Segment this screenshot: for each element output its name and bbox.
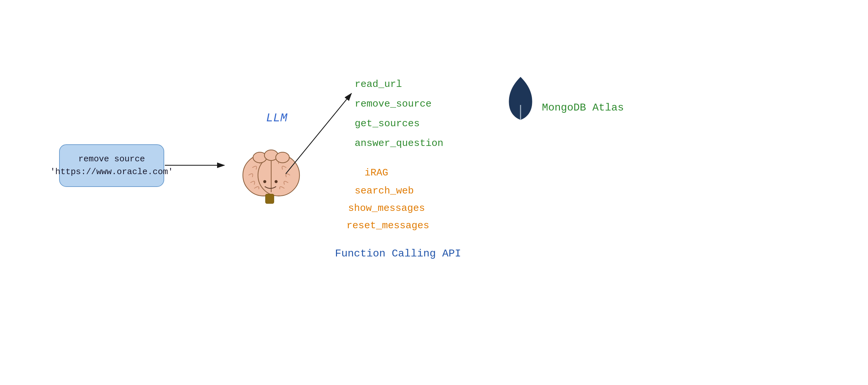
svg-point-7 — [275, 180, 278, 183]
diagram-container: remove source 'https://www.oracle.com' — [0, 0, 868, 385]
source-line2: 'https://www.oracle.com' — [50, 167, 173, 177]
arrow-box-to-brain — [163, 161, 229, 170]
func-search-web: search_web — [355, 185, 414, 197]
function-calling-api-label: Function Calling API — [335, 248, 461, 260]
func-read-url: read_url — [355, 79, 402, 90]
func-remove-source: remove_source — [355, 98, 432, 109]
func-reset-messages: reset_messages — [346, 220, 429, 231]
func-get-sources: get_sources — [355, 118, 420, 129]
func-show-messages: show_messages — [348, 203, 425, 214]
brain-svg — [231, 139, 307, 215]
source-box-text: remove source 'https://www.oracle.com' — [50, 153, 173, 178]
svg-point-6 — [264, 180, 266, 183]
svg-rect-5 — [266, 194, 274, 204]
source-box: remove source 'https://www.oracle.com' — [59, 144, 164, 187]
mongodb-atlas-label: MongoDB Atlas — [542, 102, 624, 114]
func-answer-question: answer_question — [355, 138, 443, 149]
svg-line-12 — [286, 94, 351, 174]
brain-container — [223, 131, 315, 223]
mongodb-leaf-icon — [506, 75, 535, 121]
func-irag: iRAG — [365, 167, 388, 178]
svg-point-10 — [276, 152, 289, 163]
source-line1: remove source — [79, 154, 145, 164]
llm-label: LLM — [266, 111, 287, 125]
